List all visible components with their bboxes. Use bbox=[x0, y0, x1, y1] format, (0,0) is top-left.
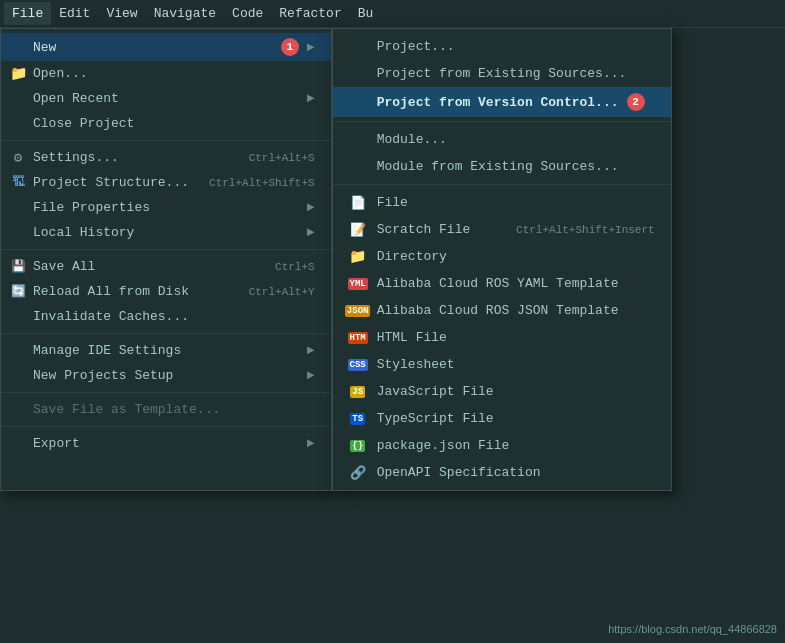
submenu-item-yaml-template[interactable]: YML Alibaba Cloud ROS YAML Template bbox=[333, 270, 671, 297]
menu-item-open[interactable]: 📁 Open... bbox=[1, 61, 331, 86]
new-submenu: Project... Project from Existing Sources… bbox=[332, 28, 672, 491]
dropdown-wrapper: New 1 ► 📁 Open... Open Recent ► Close Pr… bbox=[0, 28, 672, 491]
new-badge: 1 bbox=[281, 38, 299, 56]
new-arrow: ► bbox=[307, 40, 315, 55]
menu-bar-edit[interactable]: Edit bbox=[51, 2, 98, 25]
menu-item-save-all[interactable]: 💾 Save All Ctrl+S bbox=[1, 254, 331, 279]
submenu-item-project[interactable]: Project... bbox=[333, 33, 671, 60]
vcs-badge: 2 bbox=[627, 93, 645, 111]
save-icon: 💾 bbox=[9, 258, 27, 276]
menu-item-new[interactable]: New 1 ► bbox=[1, 33, 331, 61]
menu-bar-navigate[interactable]: Navigate bbox=[146, 2, 224, 25]
file-icon: 📄 bbox=[347, 192, 369, 214]
menu-bar: File Edit View Navigate Code Refactor Bu bbox=[0, 0, 785, 28]
yaml-icon: YML bbox=[347, 273, 369, 295]
menu-item-save-template[interactable]: Save File as Template... bbox=[1, 397, 331, 422]
new-sep-2 bbox=[333, 184, 671, 185]
pkg-icon: {} bbox=[347, 435, 369, 457]
menu-item-manage-ide[interactable]: Manage IDE Settings ► bbox=[1, 338, 331, 363]
menu-item-export[interactable]: Export ► bbox=[1, 431, 331, 456]
file-dropdown: New 1 ► 📁 Open... Open Recent ► Close Pr… bbox=[0, 28, 332, 491]
open-recent-arrow: ► bbox=[307, 91, 315, 106]
project-structure-icon: 🏗 bbox=[9, 174, 27, 192]
submenu-item-project-vcs[interactable]: Project from Version Control... 2 bbox=[333, 87, 671, 117]
menu-item-close-project[interactable]: Close Project bbox=[1, 111, 331, 136]
submenu-item-js[interactable]: JS JavaScript File bbox=[333, 378, 671, 405]
menu-item-reload[interactable]: 🔄 Reload All from Disk Ctrl+Alt+Y bbox=[1, 279, 331, 304]
submenu-item-module[interactable]: Module... bbox=[333, 126, 671, 153]
folder-icon: 📁 bbox=[9, 65, 27, 83]
submenu-item-project-existing[interactable]: Project from Existing Sources... bbox=[333, 60, 671, 87]
menu-item-open-recent[interactable]: Open Recent ► bbox=[1, 86, 331, 111]
submenu-item-file[interactable]: 📄 File bbox=[333, 189, 671, 216]
ts-icon: TS bbox=[347, 408, 369, 430]
menu-item-settings[interactable]: ⚙ Settings... Ctrl+Alt+S bbox=[1, 145, 331, 170]
menu-item-file-properties[interactable]: File Properties ► bbox=[1, 195, 331, 220]
submenu-item-module-existing[interactable]: Module from Existing Sources... bbox=[333, 153, 671, 180]
menu-bar-refactor[interactable]: Refactor bbox=[271, 2, 349, 25]
submenu-item-html[interactable]: HTM HTML File bbox=[333, 324, 671, 351]
scratch-icon: 📝 bbox=[347, 219, 369, 241]
submenu-item-openapi[interactable]: 🔗 OpenAPI Specification bbox=[333, 459, 671, 486]
new-projects-arrow: ► bbox=[307, 368, 315, 383]
menu-bar-bu[interactable]: Bu bbox=[350, 2, 382, 25]
submenu-item-directory[interactable]: 📁 Directory bbox=[333, 243, 671, 270]
separator-4 bbox=[1, 392, 331, 393]
submenu-item-pkg[interactable]: {} package.json File bbox=[333, 432, 671, 459]
submenu-item-json-template[interactable]: JSON Alibaba Cloud ROS JSON Template bbox=[333, 297, 671, 324]
json-icon: JSON bbox=[347, 300, 369, 322]
separator-1 bbox=[1, 140, 331, 141]
css-icon: CSS bbox=[347, 354, 369, 376]
menu-item-new-projects-setup[interactable]: New Projects Setup ► bbox=[1, 363, 331, 388]
gear-icon: ⚙ bbox=[9, 149, 27, 167]
local-history-arrow: ► bbox=[307, 225, 315, 240]
export-arrow: ► bbox=[307, 436, 315, 451]
menu-bar-view[interactable]: View bbox=[98, 2, 145, 25]
submenu-item-scratch[interactable]: 📝 Scratch File Ctrl+Alt+Shift+Insert bbox=[333, 216, 671, 243]
reload-icon: 🔄 bbox=[9, 283, 27, 301]
new-sep-1 bbox=[333, 121, 671, 122]
menu-bar-file[interactable]: File bbox=[4, 2, 51, 25]
html-icon: HTM bbox=[347, 327, 369, 349]
separator-5 bbox=[1, 426, 331, 427]
menu-bar-code[interactable]: Code bbox=[224, 2, 271, 25]
menu-item-local-history[interactable]: Local History ► bbox=[1, 220, 331, 245]
submenu-item-ts[interactable]: TS TypeScript File bbox=[333, 405, 671, 432]
watermark: https://blog.csdn.net/qq_44866828 bbox=[608, 623, 777, 635]
manage-ide-arrow: ► bbox=[307, 343, 315, 358]
separator-2 bbox=[1, 249, 331, 250]
openapi-icon: 🔗 bbox=[347, 462, 369, 484]
file-props-arrow: ► bbox=[307, 200, 315, 215]
menu-item-invalidate[interactable]: Invalidate Caches... bbox=[1, 304, 331, 329]
directory-icon: 📁 bbox=[347, 246, 369, 268]
js-icon: JS bbox=[347, 381, 369, 403]
separator-3 bbox=[1, 333, 331, 334]
submenu-item-stylesheet[interactable]: CSS Stylesheet bbox=[333, 351, 671, 378]
menu-item-project-structure[interactable]: 🏗 Project Structure... Ctrl+Alt+Shift+S bbox=[1, 170, 331, 195]
